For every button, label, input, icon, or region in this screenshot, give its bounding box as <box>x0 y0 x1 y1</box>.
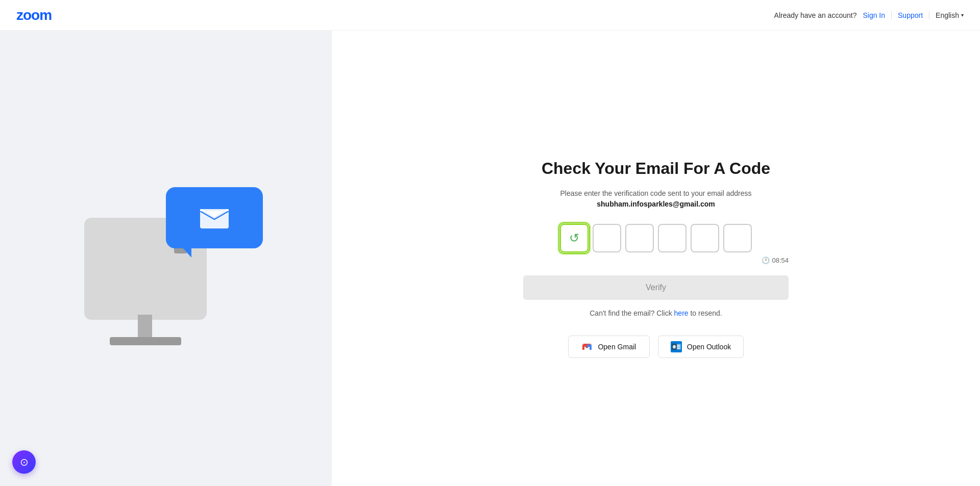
open-gmail-label: Open Gmail <box>598 343 636 351</box>
otp-input-5[interactable] <box>691 224 719 252</box>
gmail-icon <box>581 341 593 352</box>
illustration <box>59 157 273 361</box>
header-divider-2 <box>929 11 929 19</box>
svg-rect-4 <box>677 345 680 346</box>
main-layout: Check Your Email For A Code Please enter… <box>0 0 980 486</box>
open-outlook-label: Open Outlook <box>687 343 731 351</box>
outlook-icon <box>671 341 682 352</box>
page-title: Check Your Email For A Code <box>542 159 770 178</box>
monitor-base <box>110 337 181 345</box>
chevron-down-icon: ▾ <box>961 12 964 18</box>
sign-in-link[interactable]: Sign In <box>863 11 885 19</box>
language-label: English <box>936 11 959 19</box>
chat-bubble <box>166 187 263 248</box>
chat-widget-icon: ⊙ <box>20 456 29 468</box>
otp-input-6[interactable] <box>723 224 752 252</box>
header: zoom Already have an account? Sign In Su… <box>0 0 980 31</box>
subtitle: Please enter the verification code sent … <box>523 188 789 210</box>
already-have-account-text: Already have an account? <box>774 11 857 19</box>
svg-point-8 <box>673 345 676 348</box>
language-selector[interactable]: English ▾ <box>936 11 964 19</box>
otp-box-wrapper-1: ↺ <box>560 224 589 252</box>
timer-value: 08:54 <box>772 257 789 264</box>
header-right: Already have an account? Sign In Support… <box>774 11 964 19</box>
svg-rect-6 <box>677 348 680 349</box>
subtitle-prefix: Please enter the verification code sent … <box>560 189 751 197</box>
right-panel: Check Your Email For A Code Please enter… <box>332 31 980 486</box>
email-address: shubham.infosparkles@gmail.com <box>597 200 715 208</box>
left-panel <box>0 31 332 486</box>
otp-row: ↺ <box>560 224 752 252</box>
header-divider <box>891 11 892 19</box>
email-buttons: Open Gmail Open Outlook <box>568 336 744 358</box>
resend-link[interactable]: here <box>674 309 689 317</box>
zoom-logo: zoom <box>16 7 52 23</box>
clock-icon: 🕐 <box>762 257 770 264</box>
svg-rect-5 <box>677 346 680 347</box>
verify-button[interactable]: Verify <box>523 275 789 300</box>
resend-prefix: Can't find the email? Click <box>590 309 672 317</box>
form-container: Check Your Email For A Code Please enter… <box>523 159 789 358</box>
otp-input-3[interactable] <box>625 224 654 252</box>
timer-row: 🕐 08:54 <box>762 257 789 264</box>
chat-widget[interactable]: ⊙ <box>12 450 36 474</box>
open-outlook-button[interactable]: Open Outlook <box>658 336 744 358</box>
monitor-stand <box>138 315 152 340</box>
open-gmail-button[interactable]: Open Gmail <box>568 336 650 358</box>
resend-text: Can't find the email? Click here to rese… <box>590 309 722 317</box>
envelope-icon <box>199 205 230 231</box>
otp-input-2[interactable] <box>593 224 621 252</box>
resend-suffix: to resend. <box>690 309 722 317</box>
support-link[interactable]: Support <box>898 11 923 19</box>
otp-arrow-icon: ↺ <box>569 231 579 245</box>
otp-input-4[interactable] <box>658 224 687 252</box>
